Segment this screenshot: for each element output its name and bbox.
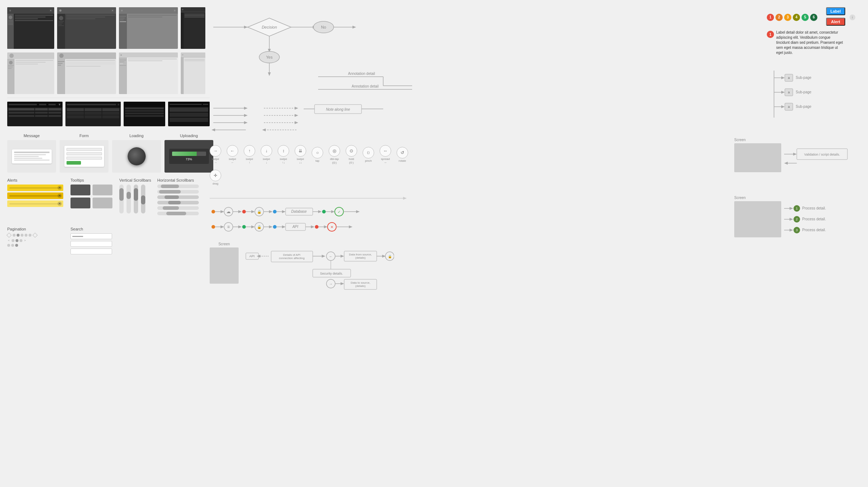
loading-component: Loading — [112, 134, 161, 173]
info-badge: i — [850, 14, 855, 20]
hscroll-3 — [157, 195, 199, 199]
uploading-label: Uploading — [180, 134, 198, 138]
svg-text:Sub-page: Sub-page — [796, 105, 812, 109]
svg-marker-139 — [781, 91, 785, 94]
sidebar-thumb-3: ≡ ≡ — [119, 7, 178, 49]
svg-text:☁: ☁ — [226, 209, 231, 214]
pagination-search-row: Pagination < > — [7, 227, 210, 247]
tooltip-2 — [93, 185, 112, 195]
next-arrow[interactable] — [33, 233, 38, 238]
sidebar-thumb-1: ≡ ✕ — [7, 7, 54, 49]
num-badge-5: 5 — [801, 14, 809, 21]
svg-marker-153 — [784, 162, 788, 165]
tooltip-4 — [93, 198, 112, 208]
svg-text:Annotation detail: Annotation detail — [352, 84, 379, 88]
svg-text:a: a — [788, 76, 790, 80]
search-input-3[interactable] — [70, 249, 112, 254]
alert-button[interactable]: Alert — [826, 18, 845, 26]
alert-close-1[interactable]: ✕ — [57, 186, 62, 190]
svg-text:Database: Database — [291, 209, 307, 213]
gesture-swipe-ud: ↕ swipe↑↓ — [278, 145, 289, 164]
svg-text:Process detail.: Process detail. — [802, 228, 826, 232]
validation-svg: Validation / script details. — [784, 143, 849, 172]
svg-marker-35 — [295, 114, 298, 117]
svg-point-53 — [242, 210, 246, 213]
svg-marker-48 — [221, 210, 224, 213]
svg-text:←: ← — [329, 254, 333, 258]
svg-text:→: → — [329, 282, 333, 286]
svg-point-95 — [315, 225, 318, 229]
svg-text:connection affecting: connection affecting — [279, 257, 304, 260]
gesture-swipe-right: → swipe→ — [210, 145, 221, 164]
sidebar-thumbs-row2: ≡ — [7, 52, 210, 94]
label-button[interactable]: Label — [826, 7, 845, 15]
svg-marker-144 — [781, 105, 785, 108]
loading-box — [112, 140, 161, 173]
numbered-badges-row: 1 2 3 4 5 6 Label Alert i — [767, 7, 861, 27]
labels-alerts-section: 1 2 3 4 5 6 Label Alert i 1 Label detail… — [767, 7, 861, 55]
alerts-section: Alerts ✕ ✕ ✕ — [7, 178, 63, 208]
pagination-bar-1 — [7, 233, 63, 237]
gesture-drag: ✛ drag — [210, 170, 221, 186]
num-badge-3: 3 — [784, 14, 791, 21]
svg-marker-52 — [238, 210, 242, 213]
svg-text:✕: ✕ — [330, 225, 333, 229]
pagination-bar-3 — [7, 244, 63, 247]
process-details: 1 Process detail. 2 Process detail. 3 Pr… — [784, 201, 849, 238]
close-icon: ✕ — [50, 9, 52, 12]
alert-bar-3: ✕ — [7, 200, 63, 207]
hscroll-2 — [157, 190, 199, 194]
pagination-bar-2: < > — [7, 239, 63, 242]
upload-percent: 73% — [172, 157, 206, 161]
screen-process-section: Screen 1 Process detail. 2 Process detai… — [734, 195, 861, 238]
form-label: Form — [80, 134, 89, 138]
hscroll-6 — [157, 212, 199, 215]
search-input-1[interactable] — [70, 233, 112, 239]
svg-text:Data from source,: Data from source, — [349, 253, 372, 256]
gesture-icons-row: → swipe→ ← swipe← ↑ swipe↑ ↓ swipe↓ ↕ sw… — [210, 145, 412, 186]
tooltip-1 — [70, 185, 90, 195]
svg-text:Sub-page: Sub-page — [796, 76, 812, 80]
svg-marker-97 — [324, 225, 328, 228]
svg-marker-69 — [331, 210, 335, 213]
annotation-svg: Annotation detail Annotation detail — [210, 69, 412, 98]
gesture-rotate: ↺ rotate — [397, 147, 408, 163]
svg-text:No: No — [321, 25, 326, 29]
screen-api-diagram: Screen API Details of API connection aff… — [210, 242, 412, 293]
svg-marker-45 — [403, 197, 407, 200]
svg-marker-31 — [211, 128, 215, 131]
svg-text:Yes: Yes — [266, 55, 273, 59]
dark-table-2: ≡ — [65, 102, 121, 126]
search-input-2[interactable] — [70, 241, 112, 247]
svg-text:Details of API: Details of API — [283, 253, 300, 257]
svg-marker-128 — [341, 282, 344, 285]
hscroll-5 — [157, 206, 199, 210]
alert-close-2[interactable]: ✕ — [57, 194, 62, 198]
svg-text:Sub-page: Sub-page — [796, 90, 812, 94]
flowchart-svg: Decision No Yes — [210, 7, 412, 80]
detail-badge: 1 — [767, 31, 774, 38]
gesture-pinch: ⟨⟩ pinch — [363, 147, 374, 163]
vscroll-2 — [127, 185, 131, 213]
component-labels-row: Message Form — [7, 134, 210, 173]
svg-text:2: 2 — [796, 217, 798, 221]
svg-text:Note along line: Note along line — [326, 107, 350, 111]
detail-text-section: 1 Label detail dolor sit amet, consectet… — [767, 30, 861, 55]
alert-close-3[interactable]: ✕ — [57, 202, 62, 206]
sidebar-thin-thumb: ≡ — [181, 52, 205, 94]
gesture-swipe-down: ↓ swipe↓ — [261, 145, 272, 164]
num-badge-2: 2 — [775, 14, 783, 21]
svg-marker-160 — [790, 218, 793, 221]
svg-text:Process detail.: Process detail. — [802, 206, 826, 210]
flow-row-2-svg: ≡ 🔒 API ✕ — [210, 220, 412, 234]
svg-text:Validation / script details.: Validation / script details. — [804, 153, 840, 156]
prev-arrow[interactable] — [7, 233, 12, 238]
svg-marker-76 — [221, 225, 224, 228]
alert-bar-2: ✕ — [7, 192, 63, 199]
svg-text:🔒: 🔒 — [257, 209, 262, 214]
svg-text:a: a — [788, 105, 790, 109]
dark-table-1: ▼ — [7, 102, 63, 126]
svg-marker-83 — [251, 225, 255, 228]
main-canvas: ≡ ✕ — [0, 0, 868, 487]
svg-marker-33 — [295, 107, 298, 110]
